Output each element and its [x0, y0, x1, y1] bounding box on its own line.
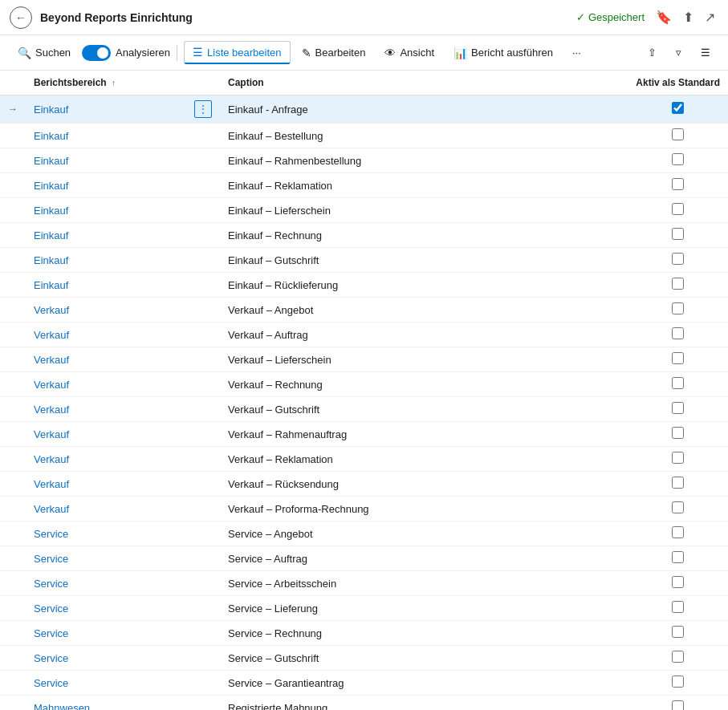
row-aktiv-checkbox[interactable]	[672, 700, 684, 710]
row-area[interactable]: Service	[26, 671, 186, 696]
row-aktiv-checkbox[interactable]	[672, 601, 684, 613]
back-button[interactable]: ←	[10, 6, 32, 29]
row-aktiv-checkbox[interactable]	[672, 676, 684, 688]
row-aktiv-checkbox[interactable]	[672, 526, 684, 538]
row-aktiv-checkbox[interactable]	[672, 203, 684, 215]
row-aktiv-checkbox[interactable]	[672, 477, 684, 489]
row-aktiv-checkbox[interactable]	[672, 551, 684, 563]
row-area[interactable]: Verkauf	[26, 497, 186, 521]
row-dots-cell	[186, 497, 220, 521]
row-dots-cell	[186, 347, 220, 372]
list-edit-button[interactable]: ☰ Liste bearbeiten	[184, 41, 291, 64]
row-aktiv-checkbox[interactable]	[672, 427, 684, 439]
row-aktiv-checkbox[interactable]	[672, 651, 684, 663]
row-area[interactable]: Verkauf	[26, 397, 186, 422]
row-aktiv-checkbox[interactable]	[672, 501, 684, 513]
row-aktiv-checkbox[interactable]	[672, 327, 684, 339]
row-caption: Service – Arbeitsschein	[220, 571, 628, 596]
row-dots-cell	[186, 148, 220, 173]
row-arrow	[0, 546, 26, 571]
columns-button[interactable]: ☰	[693, 43, 718, 63]
row-caption: Service – Garantieantrag	[220, 671, 628, 696]
row-arrow	[0, 621, 26, 646]
row-area[interactable]: Einkauf	[26, 148, 186, 173]
row-area[interactable]: Verkauf	[26, 447, 186, 472]
row-arrow	[0, 124, 26, 148]
row-area[interactable]: Service	[26, 546, 186, 571]
row-aktiv-checkbox[interactable]	[672, 452, 684, 464]
row-aktiv-checkbox[interactable]	[672, 102, 684, 114]
row-dots-cell	[186, 646, 220, 671]
row-caption: Einkauf – Rahmenbestellung	[220, 148, 628, 173]
toggle-control[interactable]	[82, 45, 111, 61]
row-aktiv-checkbox[interactable]	[672, 228, 684, 240]
row-arrow	[0, 696, 26, 711]
row-area[interactable]: Einkauf	[26, 95, 186, 124]
row-aktiv-checkbox[interactable]	[672, 278, 684, 290]
row-area[interactable]: Verkauf	[26, 422, 186, 447]
row-area[interactable]: Verkauf	[26, 472, 186, 497]
row-aktiv-checkbox[interactable]	[672, 128, 684, 140]
row-aktiv-checkbox[interactable]	[672, 253, 684, 265]
share-icon[interactable]: ⬆	[680, 8, 697, 26]
row-dots-cell	[186, 571, 220, 596]
row-area[interactable]: Einkauf	[26, 124, 186, 148]
row-aktiv-cell	[628, 273, 728, 298]
row-area[interactable]: Mahnwesen	[26, 696, 186, 711]
row-dots-cell	[186, 298, 220, 323]
row-area[interactable]: Service	[26, 571, 186, 596]
row-caption: Verkauf – Proforma-Rechnung	[220, 497, 628, 521]
row-aktiv-checkbox[interactable]	[672, 352, 684, 364]
row-dots-cell	[186, 273, 220, 298]
row-arrow	[0, 148, 26, 173]
more-button[interactable]: ···	[564, 43, 589, 63]
row-aktiv-checkbox[interactable]	[672, 377, 684, 389]
row-aktiv-cell	[628, 671, 728, 696]
edit-button[interactable]: ✎ Bearbeiten	[294, 43, 374, 63]
row-arrow	[0, 521, 26, 546]
row-area[interactable]: Service	[26, 596, 186, 621]
table-row: VerkaufVerkauf – Gutschrift	[0, 397, 728, 422]
bookmark-icon[interactable]: 🔖	[653, 8, 675, 26]
filter-button[interactable]: ▿	[668, 43, 689, 63]
search-button[interactable]: 🔍 Suchen	[10, 43, 79, 63]
row-aktiv-checkbox[interactable]	[672, 402, 684, 414]
row-aktiv-checkbox[interactable]	[672, 576, 684, 588]
share-action-button[interactable]: ⇧	[640, 43, 665, 63]
row-caption: Service – Angebot	[220, 521, 628, 546]
row-dots-cell	[186, 198, 220, 223]
view-button[interactable]: 👁 Ansicht	[376, 43, 442, 63]
table-row: EinkaufEinkauf – Reklamation	[0, 173, 728, 198]
row-caption: Service – Lieferung	[220, 596, 628, 621]
table-row: VerkaufVerkauf – Auftrag	[0, 323, 728, 347]
col-header-caption[interactable]: Caption	[220, 71, 628, 95]
row-area[interactable]: Service	[26, 646, 186, 671]
row-area[interactable]: Verkauf	[26, 298, 186, 323]
row-dots-cell	[186, 546, 220, 571]
row-area[interactable]: Verkauf	[26, 372, 186, 397]
row-caption: Verkauf – Rücksendung	[220, 472, 628, 497]
row-aktiv-checkbox[interactable]	[672, 626, 684, 638]
row-area[interactable]: Einkauf	[26, 273, 186, 298]
row-arrow	[0, 248, 26, 273]
row-dots-button[interactable]: ⋮	[194, 100, 212, 118]
row-area[interactable]: Einkauf	[26, 198, 186, 223]
expand-icon[interactable]: ↗	[702, 8, 718, 26]
run-report-button[interactable]: 📊 Bericht ausführen	[445, 43, 561, 63]
row-area[interactable]: Service	[26, 621, 186, 646]
row-area[interactable]: Verkauf	[26, 323, 186, 347]
row-aktiv-checkbox[interactable]	[672, 302, 684, 314]
row-area[interactable]: Einkauf	[26, 223, 186, 248]
row-aktiv-checkbox[interactable]	[672, 178, 684, 190]
row-area[interactable]: Service	[26, 521, 186, 546]
row-arrow	[0, 223, 26, 248]
row-area[interactable]: Verkauf	[26, 347, 186, 372]
row-aktiv-checkbox[interactable]	[672, 153, 684, 165]
row-area[interactable]: Einkauf	[26, 248, 186, 273]
col-header-aktiv: Aktiv als Standard	[628, 71, 728, 95]
col-header-berichtsbereich[interactable]: Berichtsbereich ↑	[26, 71, 186, 95]
analyze-toggle[interactable]: Analysieren	[82, 45, 170, 61]
row-area[interactable]: Einkauf	[26, 173, 186, 198]
table-row: VerkaufVerkauf – Angebot	[0, 298, 728, 323]
row-arrow	[0, 198, 26, 223]
